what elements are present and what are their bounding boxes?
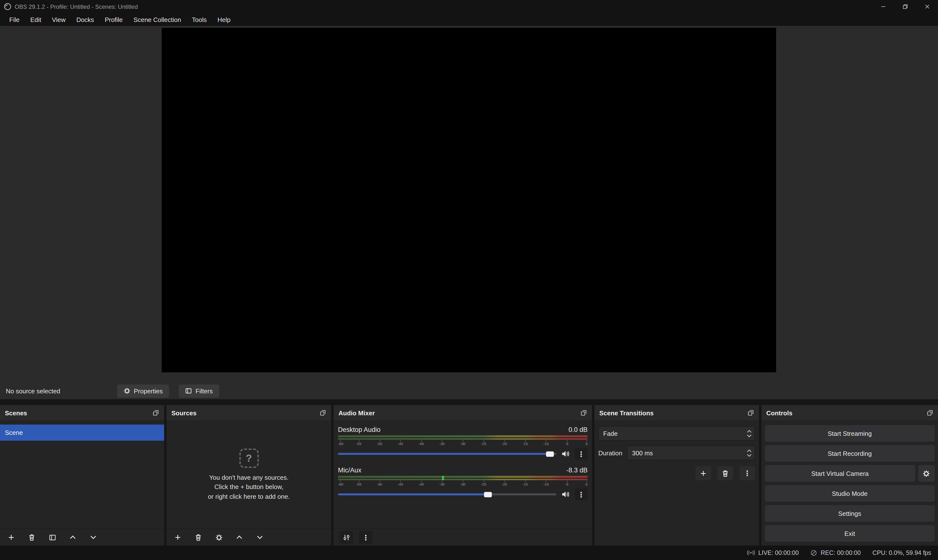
move-scene-up-button[interactable] bbox=[67, 532, 78, 543]
menu-docks[interactable]: Docks bbox=[71, 13, 99, 26]
preview-canvas[interactable] bbox=[162, 28, 776, 372]
start-virtual-camera-button[interactable]: Start Virtual Camera bbox=[765, 465, 915, 482]
exit-button[interactable]: Exit bbox=[765, 525, 935, 542]
sources-empty-line: You don't have any sources. bbox=[208, 473, 290, 482]
audio-mixer-dock: Audio Mixer Desktop Audio 0.0 dB bbox=[333, 405, 592, 546]
remove-transition-button[interactable] bbox=[717, 466, 733, 480]
combo-arrows-icon bbox=[747, 430, 752, 437]
properties-button[interactable]: Properties bbox=[117, 384, 169, 397]
move-source-up-button[interactable] bbox=[234, 532, 245, 543]
scenes-dock-header[interactable]: Scenes bbox=[0, 405, 164, 421]
scene-transitions-dock-header[interactable]: Scene Transitions bbox=[594, 405, 759, 421]
rec-status: REC: 00:00:00 bbox=[810, 549, 861, 556]
filters-button[interactable]: Filters bbox=[179, 384, 219, 397]
title-bar[interactable]: OBS 29.1.2 - Profile: Untitled - Scenes:… bbox=[0, 0, 938, 13]
menu-help[interactable]: Help bbox=[212, 13, 236, 26]
mixer-channel-desktop-audio: Desktop Audio 0.0 dB -60-55-50-45-40-35-… bbox=[338, 426, 588, 459]
menu-bar: File Edit View Docks Profile Scene Colle… bbox=[0, 13, 938, 26]
mixer-channel-mic-aux: Mic/Aux -8.3 dB -60-55-50-45-40-35-30-25… bbox=[338, 466, 588, 500]
kebab-icon: ⋮ bbox=[362, 534, 369, 541]
meter-bar bbox=[338, 478, 588, 480]
scene-list-item[interactable]: Scene bbox=[0, 425, 164, 441]
speaker-icon[interactable] bbox=[561, 491, 570, 498]
menu-edit[interactable]: Edit bbox=[25, 13, 47, 26]
menu-view[interactable]: View bbox=[47, 13, 71, 26]
channel-menu-button[interactable]: ⋮ bbox=[575, 448, 588, 460]
meter-scale: -60-55-50-45-40-35-30-25-20-15-10-50 bbox=[338, 440, 588, 447]
menu-scene-collection[interactable]: Scene Collection bbox=[128, 13, 187, 26]
volume-slider[interactable] bbox=[338, 448, 556, 459]
advanced-audio-properties-button[interactable] bbox=[339, 531, 353, 544]
transition-menu-button[interactable]: ⋮ bbox=[739, 466, 755, 480]
close-button[interactable] bbox=[916, 0, 938, 13]
gear-icon bbox=[123, 388, 130, 394]
start-streaming-button[interactable]: Start Streaming bbox=[765, 425, 935, 442]
question-mark-icon: ? bbox=[239, 448, 259, 468]
sources-empty-state[interactable]: ? You don't have any sources. Click the … bbox=[167, 421, 331, 529]
meter-bar bbox=[338, 435, 588, 437]
meter-tick-label: 0 bbox=[586, 481, 588, 487]
virtual-camera-config-button[interactable] bbox=[918, 465, 935, 482]
popout-icon[interactable] bbox=[153, 409, 159, 416]
volume-slider-row: ⋮ bbox=[338, 489, 588, 500]
menu-profile[interactable]: Profile bbox=[99, 13, 128, 26]
sources-dock-title: Sources bbox=[171, 409, 197, 417]
slider-handle[interactable] bbox=[546, 451, 554, 457]
restore-icon bbox=[903, 4, 908, 9]
channel-name: Mic/Aux bbox=[338, 466, 361, 474]
add-transition-button[interactable]: + bbox=[696, 466, 711, 480]
kebab-icon: ⋮ bbox=[577, 450, 585, 457]
remove-scene-button[interactable] bbox=[26, 532, 37, 543]
sources-dock-header[interactable]: Sources bbox=[167, 405, 331, 421]
volume-meter bbox=[338, 435, 588, 440]
source-context-toolbar: No source selected Properties bbox=[0, 383, 938, 399]
meter-scale: -60-55-50-45-40-35-30-25-20-15-10-50 bbox=[338, 481, 588, 488]
speaker-icon[interactable] bbox=[561, 450, 570, 458]
controls-dock-header[interactable]: Controls bbox=[761, 405, 938, 421]
meter-tick-label: -50 bbox=[377, 440, 382, 446]
remove-source-button[interactable] bbox=[193, 532, 204, 543]
transition-buttons: + ⋮ bbox=[598, 466, 755, 480]
spin-down-icon[interactable] bbox=[747, 454, 752, 457]
menu-tools[interactable]: Tools bbox=[187, 13, 212, 26]
record-disabled-icon bbox=[810, 549, 818, 556]
kebab-icon: ⋮ bbox=[744, 469, 751, 477]
rec-time: REC: 00:00:00 bbox=[821, 549, 861, 556]
duration-spinbox[interactable]: 300 ms bbox=[627, 446, 755, 460]
slider-handle[interactable] bbox=[484, 492, 492, 497]
menu-file[interactable]: File bbox=[4, 13, 25, 26]
sources-dock: Sources ? You don't have any sources. Cl… bbox=[167, 405, 331, 546]
audio-mixer-dock-header[interactable]: Audio Mixer bbox=[333, 405, 592, 421]
move-source-down-button[interactable] bbox=[255, 532, 265, 543]
settings-button[interactable]: Settings bbox=[765, 505, 935, 522]
popout-icon[interactable] bbox=[580, 409, 587, 416]
filters-button-label: Filters bbox=[196, 387, 213, 395]
meter-tick-label: -30 bbox=[460, 481, 466, 487]
meter-tick-label: -40 bbox=[418, 481, 424, 487]
start-recording-button[interactable]: Start Recording bbox=[765, 445, 935, 462]
scene-filters-button[interactable] bbox=[47, 532, 58, 543]
minimize-button[interactable] bbox=[872, 0, 894, 13]
source-properties-button[interactable] bbox=[213, 532, 224, 543]
popout-icon[interactable] bbox=[319, 409, 326, 416]
channel-menu-button[interactable]: ⋮ bbox=[575, 489, 588, 500]
spin-up-icon[interactable] bbox=[747, 449, 752, 452]
volume-slider[interactable] bbox=[338, 489, 556, 500]
add-source-button[interactable]: + bbox=[173, 532, 183, 543]
chevron-up-icon bbox=[235, 534, 243, 541]
restore-button[interactable] bbox=[894, 0, 916, 13]
mixer-menu-button[interactable]: ⋮ bbox=[359, 531, 373, 544]
kebab-icon: ⋮ bbox=[577, 491, 585, 498]
add-scene-button[interactable]: + bbox=[6, 532, 17, 543]
audio-mixer-dock-title: Audio Mixer bbox=[338, 409, 375, 417]
source-selection-status: No source selected bbox=[6, 387, 117, 395]
volume-slider-row: ⋮ bbox=[338, 448, 588, 459]
meter-tick-label: -25 bbox=[481, 440, 486, 446]
move-scene-down-button[interactable] bbox=[88, 532, 99, 543]
transition-select[interactable]: Fade bbox=[598, 426, 755, 441]
studio-mode-button[interactable]: Studio Mode bbox=[765, 485, 935, 502]
popout-icon[interactable] bbox=[747, 409, 754, 416]
meter-tick-label: -5 bbox=[565, 440, 568, 446]
popout-icon[interactable] bbox=[926, 409, 933, 416]
meter-tick-label: -25 bbox=[481, 481, 486, 487]
